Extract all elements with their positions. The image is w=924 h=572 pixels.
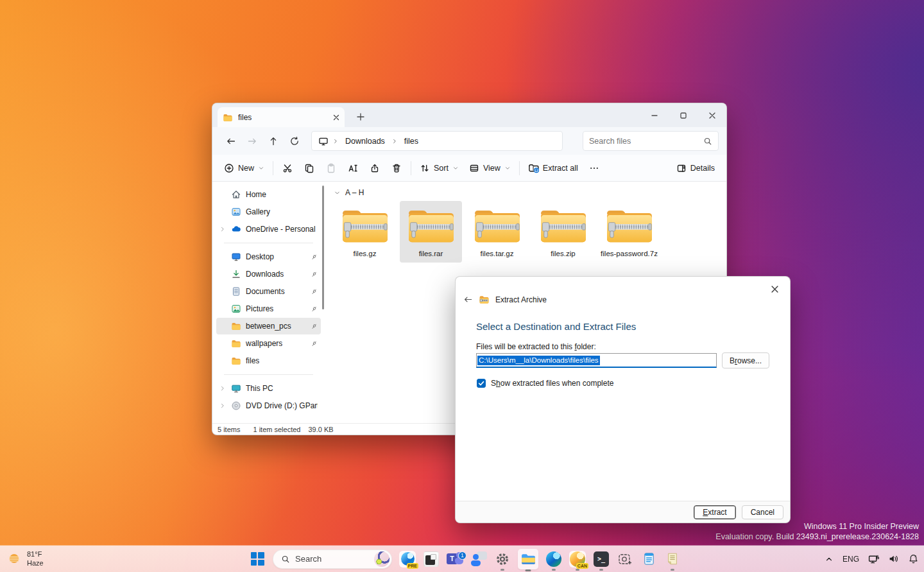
dialog-close-button[interactable] (764, 281, 785, 297)
file-item-files-rar[interactable]: files.rar (400, 201, 462, 263)
edge-canary-icon[interactable]: CAN (569, 546, 586, 572)
forward-button[interactable] (241, 131, 262, 152)
dark-app-icon[interactable] (423, 546, 440, 572)
minimize-button[interactable] (640, 103, 669, 127)
extract-all-button[interactable]: Extract all (523, 159, 583, 177)
sidebar-item-pictures[interactable]: Pictures (216, 300, 321, 317)
sidebar-item-dvd-drive[interactable]: DVD Drive (D:) GParted-liv (216, 397, 321, 414)
terminal-icon[interactable]: >_ (593, 546, 610, 572)
sidebar-scrollbar[interactable] (322, 186, 324, 309)
folder-icon (231, 321, 241, 331)
start-button[interactable] (249, 546, 266, 572)
expander-chevron-icon[interactable] (219, 403, 227, 409)
tray-chevron-up-icon[interactable] (825, 555, 834, 564)
file-item-files-zip[interactable]: files.zip (532, 201, 594, 263)
extract-button[interactable]: Extract (694, 505, 735, 519)
file-item-files-tar-gz[interactable]: files.tar.gz (466, 201, 528, 263)
sidebar-divider (224, 374, 313, 375)
new-tab-button[interactable] (351, 107, 370, 126)
teams-icon[interactable]: T1 (447, 546, 463, 572)
maximize-button[interactable] (669, 103, 697, 127)
new-button[interactable]: New (219, 160, 270, 177)
sidebar-item-downloads[interactable]: Downloads (216, 266, 321, 282)
svg-text:z: z (914, 554, 916, 558)
sidebar-item-documents[interactable]: Documents (216, 283, 321, 300)
dialog-back-button[interactable] (463, 295, 473, 304)
chat-icon[interactable] (470, 546, 487, 572)
sidebar-item-files[interactable]: files (216, 352, 321, 369)
search-highlight-image[interactable] (374, 551, 389, 567)
sidebar-item-onedrive[interactable]: OneDrive - Personal (216, 221, 321, 238)
sort-icon (420, 163, 430, 173)
search-placeholder: Search files (589, 137, 631, 146)
group-header-a-h[interactable]: A – H (334, 188, 726, 197)
expander-chevron-icon[interactable] (219, 385, 227, 392)
refresh-button[interactable] (284, 131, 305, 152)
details-label: Details (690, 164, 715, 173)
sort-button[interactable]: Sort (415, 160, 464, 177)
sidebar-item-wallpapers[interactable]: wallpapers (216, 335, 321, 352)
breadcrumb-files[interactable]: files (402, 135, 421, 147)
close-button[interactable] (697, 103, 726, 127)
taskbar-center: Search PRE T1 CAN >_ (249, 546, 681, 572)
destination-path-input[interactable]: C:\Users\m__la\Downloads\files\files (476, 353, 717, 368)
pin-icon (311, 271, 318, 278)
file-name: files.rar (419, 250, 443, 257)
expander-chevron-icon[interactable] (219, 226, 227, 232)
file-item-files-password-7z[interactable]: files-password.7z (598, 201, 660, 263)
cut-button[interactable] (277, 160, 298, 177)
paste-button[interactable] (320, 160, 342, 177)
explorer-tab-files[interactable]: files (218, 107, 345, 127)
zipped-folder-icon (472, 205, 523, 245)
weather-widget[interactable]: 81°F Haze (6, 546, 44, 572)
zipped-folder-icon (479, 294, 490, 305)
browse-button[interactable]: Browse... (722, 352, 769, 368)
sidebar-item-home[interactable]: Home (216, 186, 321, 203)
language-indicator[interactable]: ENG (843, 555, 859, 564)
file-item-files-gz[interactable]: files.gz (334, 201, 396, 263)
breadcrumb-downloads[interactable]: Downloads (343, 135, 388, 147)
sidebar-divider (224, 243, 313, 243)
address-bar-row: Downloads files Search files (212, 127, 726, 155)
volume-icon[interactable] (888, 553, 899, 564)
notification-bell-icon[interactable]: z (908, 553, 919, 564)
taskbar-search-box[interactable]: Search (273, 550, 392, 569)
chevron-down-icon (452, 165, 459, 171)
sidebar-label: Gallery (246, 207, 270, 216)
rename-button[interactable] (342, 160, 364, 177)
search-files-input[interactable]: Search files (583, 131, 719, 151)
zipped-folder-icon (604, 205, 655, 245)
windows-logo-icon (251, 552, 264, 566)
checkbox-checked-icon[interactable] (477, 379, 486, 388)
details-button[interactable]: Details (671, 160, 720, 177)
network-icon[interactable] (868, 553, 879, 564)
settings-icon[interactable] (494, 546, 511, 572)
delete-button[interactable] (386, 160, 407, 177)
search-icon (281, 555, 290, 564)
sidebar-label: files (246, 356, 259, 365)
snipping-tool-icon[interactable] (617, 546, 633, 572)
share-button[interactable] (364, 160, 386, 177)
cancel-button[interactable]: Cancel (742, 505, 783, 519)
show-extracted-checkbox-row[interactable]: Show extracted files when complete (477, 379, 613, 388)
sidebar-item-this-pc[interactable]: This PC (216, 380, 321, 397)
file-explorer-icon[interactable] (518, 549, 538, 569)
view-button[interactable]: View (464, 160, 516, 177)
edge-icon[interactable] (545, 546, 562, 572)
address-box[interactable]: Downloads files (311, 131, 563, 151)
sidebar-item-gallery[interactable]: Gallery (216, 204, 321, 220)
folder-icon (223, 112, 233, 123)
see-more-button[interactable] (583, 160, 605, 177)
divider (411, 161, 411, 175)
copy-button[interactable] (298, 160, 320, 177)
sidebar-item-desktop[interactable]: Desktop (216, 248, 321, 265)
search-icon (703, 137, 712, 146)
notepad-blue-icon[interactable] (640, 546, 657, 572)
notepad-yellow-icon[interactable] (664, 546, 681, 572)
tab-close-icon[interactable] (333, 114, 339, 121)
back-button[interactable] (220, 131, 241, 152)
sidebar-item-between-pcs[interactable]: between_pcs (216, 318, 321, 334)
edge-dev-icon[interactable]: PRE (399, 546, 416, 572)
up-button[interactable] (262, 131, 284, 152)
dialog-title: Extract Archive (495, 295, 547, 304)
